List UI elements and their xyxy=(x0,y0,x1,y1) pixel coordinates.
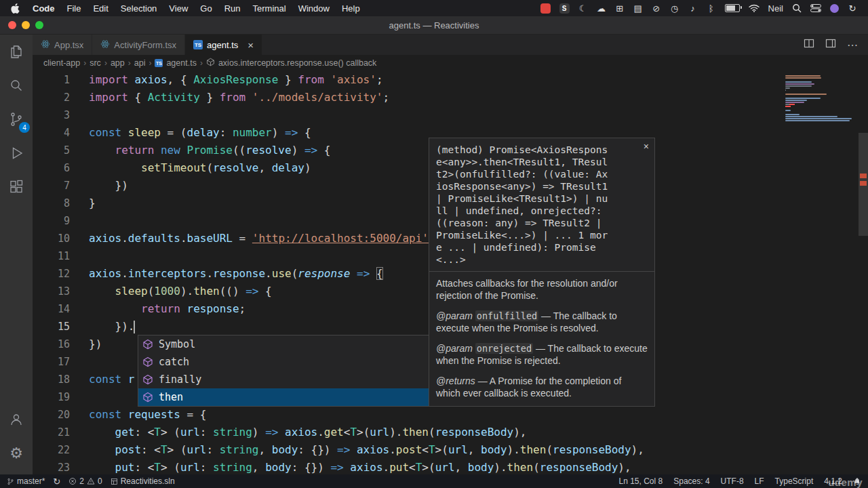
screen-record-app-icon[interactable] xyxy=(540,3,551,14)
code-line[interactable]: 21 get: <T> (url: string) => axios.get<T… xyxy=(33,424,868,441)
suggest-item-finally[interactable]: finally xyxy=(138,371,429,388)
menu-item-edit[interactable]: Edit xyxy=(87,3,114,14)
explorer-icon[interactable] xyxy=(0,35,33,68)
source-control-icon[interactable]: 4 xyxy=(0,102,33,136)
suggest-item-label: catch xyxy=(159,356,189,368)
layout-icon[interactable] xyxy=(825,38,836,52)
tab-activityform-tsx[interactable]: ActivityForm.tsx xyxy=(92,35,185,55)
close-tab-icon[interactable]: × xyxy=(248,39,254,51)
git-branch-icon xyxy=(7,477,14,486)
menu-item-file[interactable]: File xyxy=(61,3,87,14)
line-number: 18 xyxy=(33,371,70,388)
time-machine-icon[interactable]: ↻ xyxy=(848,3,857,14)
settings-gear-icon[interactable]: ⚙ xyxy=(0,436,33,470)
apple-logo-icon[interactable] xyxy=(4,3,26,14)
window-grid-icon[interactable]: ⊞ xyxy=(615,3,625,14)
menu-item-view[interactable]: View xyxy=(163,3,194,14)
menu-item-run[interactable]: Run xyxy=(218,3,247,14)
vscode-window: Code File Edit Selection View Go Run Ter… xyxy=(0,0,868,488)
breadcrumb-item[interactable]: app xyxy=(111,58,125,68)
chat-icon[interactable]: ▤ xyxy=(633,3,643,14)
wifi-icon[interactable] xyxy=(749,4,760,12)
minimap-line xyxy=(785,83,814,85)
code-text: axios.defaults.baseURL = 'http://localho… xyxy=(89,230,435,247)
code-line[interactable]: 2import { Activity } from '../models/act… xyxy=(33,89,868,106)
problems-indicator[interactable]: 2 0 xyxy=(68,476,102,486)
code-text: const sleep = (delay: number) => { xyxy=(89,124,311,142)
control-center-icon[interactable] xyxy=(810,4,821,12)
react-file-icon xyxy=(41,39,50,51)
tab-agent-ts[interactable]: TS agent.ts × xyxy=(185,35,262,55)
breadcrumb-item[interactable]: api xyxy=(134,58,146,68)
account-icon[interactable] xyxy=(0,403,33,436)
menu-item-selection[interactable]: Selection xyxy=(115,3,163,14)
hover-returns: @returns — A Promise for the completion … xyxy=(436,375,648,399)
eol-setting[interactable]: LF xyxy=(755,476,764,486)
code-text: }) xyxy=(89,177,128,195)
zoom-window-button[interactable] xyxy=(35,21,43,29)
cursor-position[interactable]: Ln 15, Col 8 xyxy=(618,476,663,486)
cloud-icon[interactable]: ☁ xyxy=(597,3,606,14)
volume-icon[interactable]: ♪ xyxy=(688,3,698,14)
language-mode[interactable]: TypeScript xyxy=(775,476,814,486)
encoding-setting[interactable]: UTF-8 xyxy=(721,476,744,486)
menu-item-code[interactable]: Code xyxy=(26,3,61,14)
app-dot-icon[interactable] xyxy=(830,4,839,13)
menu-item-window[interactable]: Window xyxy=(292,3,336,14)
menu-item-go[interactable]: Go xyxy=(194,3,218,14)
bluetooth-icon[interactable]: ᛒ xyxy=(707,3,716,14)
symbol-method-icon xyxy=(142,357,153,367)
solution-file-icon xyxy=(111,478,118,485)
run-debug-icon[interactable] xyxy=(0,136,33,170)
minimap-error-mark xyxy=(785,106,791,107)
hover-description: Attaches callbacks for the resolution an… xyxy=(436,277,648,302)
indentation-setting[interactable]: Spaces: 4 xyxy=(673,476,709,486)
code-line[interactable]: 22 post: <T> (url: string, body: {}) => … xyxy=(33,441,868,459)
code-line[interactable]: 20const requests = { xyxy=(33,406,868,424)
breadcrumb-item[interactable]: client-app xyxy=(43,58,80,68)
code-line[interactable]: 3 xyxy=(33,106,868,124)
suggest-item-symbol[interactable]: Symbol xyxy=(138,336,429,353)
code-text: import axios, { AxiosResponse } from 'ax… xyxy=(89,71,383,89)
do-not-disturb-icon[interactable]: ⊘ xyxy=(652,3,661,14)
solution-indicator[interactable]: Reactivities.sln xyxy=(111,476,175,486)
code-text: return new Promise((resolve) => { xyxy=(89,142,330,159)
battery-icon[interactable] xyxy=(725,4,740,12)
returns-tag: @returns xyxy=(436,375,475,386)
minimap-line xyxy=(785,120,850,121)
warning-icon xyxy=(87,477,95,485)
suggest-item-label: then xyxy=(159,391,183,403)
code-line[interactable]: 23 put: <T> (url: string, body: {}) => a… xyxy=(33,459,868,474)
minimap[interactable] xyxy=(785,75,854,122)
udemy-watermark: udemy xyxy=(828,476,863,488)
suggest-item-then[interactable]: then xyxy=(138,388,429,406)
minimap-line xyxy=(785,100,807,101)
menu-item-help[interactable]: Help xyxy=(336,3,366,14)
close-tooltip-icon[interactable]: × xyxy=(644,141,649,152)
s-app-icon[interactable]: S xyxy=(559,3,570,14)
breadcrumb-item[interactable]: axios.interceptors.response.use() callba… xyxy=(218,58,376,68)
menu-item-terminal[interactable]: Terminal xyxy=(247,3,292,14)
moon-icon[interactable]: ☾ xyxy=(578,3,588,14)
code-line[interactable]: 1import axios, { AxiosResponse } from 'a… xyxy=(33,71,868,89)
split-editor-icon[interactable] xyxy=(804,38,814,52)
breadcrumb-item[interactable]: agent.ts xyxy=(166,58,196,68)
spotlight-search-icon[interactable] xyxy=(792,3,802,13)
user-name[interactable]: Neil xyxy=(768,3,783,14)
sync-button[interactable]: ↻ xyxy=(53,476,60,487)
status-bar: master* ↻ 2 0 Reactivities.sln Ln 15, Co… xyxy=(0,474,868,488)
tab-app-tsx[interactable]: App.tsx xyxy=(33,35,92,55)
more-actions-icon[interactable]: ⋯ xyxy=(847,39,859,52)
breadcrumb-item[interactable]: src xyxy=(90,58,101,68)
suggest-item-catch[interactable]: catch xyxy=(138,353,429,371)
text-cursor xyxy=(134,321,135,333)
close-window-button[interactable] xyxy=(8,21,16,29)
code-text: }) xyxy=(89,336,102,353)
clock-icon[interactable]: ◷ xyxy=(670,3,679,14)
search-icon[interactable] xyxy=(0,68,33,102)
hover-param: @param onrejected — The callback to exec… xyxy=(436,342,648,367)
chevron-right-icon: › xyxy=(200,58,203,68)
minimize-window-button[interactable] xyxy=(22,21,30,29)
branch-indicator[interactable]: master* xyxy=(7,476,45,486)
extensions-icon[interactable] xyxy=(0,170,33,204)
